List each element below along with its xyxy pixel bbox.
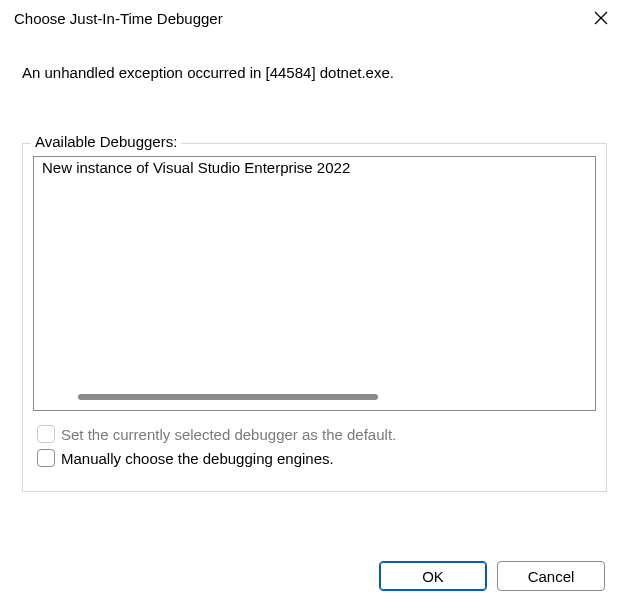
cancel-button[interactable]: Cancel	[497, 561, 605, 591]
options: Set the currently selected debugger as t…	[33, 425, 596, 467]
horizontal-scrollbar[interactable]	[36, 394, 596, 408]
set-default-label: Set the currently selected debugger as t…	[61, 426, 396, 443]
available-debuggers-group: Available Debuggers: New instance of Vis…	[22, 143, 607, 492]
debuggers-listbox[interactable]: New instance of Visual Studio Enterprise…	[33, 156, 596, 411]
list-item[interactable]: New instance of Visual Studio Enterprise…	[34, 157, 595, 178]
manual-engines-checkbox[interactable]	[37, 449, 55, 467]
titlebar: Choose Just-In-Time Debugger	[0, 0, 629, 36]
exception-message: An unhandled exception occurred in [4458…	[22, 64, 607, 81]
dialog-content: An unhandled exception occurred in [4458…	[0, 36, 629, 492]
group-label: Available Debuggers:	[31, 133, 181, 150]
set-default-checkbox	[37, 425, 55, 443]
close-icon	[594, 11, 608, 25]
manual-engines-checkbox-row[interactable]: Manually choose the debugging engines.	[33, 449, 596, 467]
close-button[interactable]	[579, 3, 623, 33]
window-title: Choose Just-In-Time Debugger	[14, 10, 223, 27]
manual-engines-label: Manually choose the debugging engines.	[61, 450, 334, 467]
set-default-checkbox-row: Set the currently selected debugger as t…	[33, 425, 596, 443]
ok-button[interactable]: OK	[379, 561, 487, 591]
dialog-buttons: OK Cancel	[379, 561, 605, 591]
scrollbar-thumb[interactable]	[78, 394, 378, 400]
